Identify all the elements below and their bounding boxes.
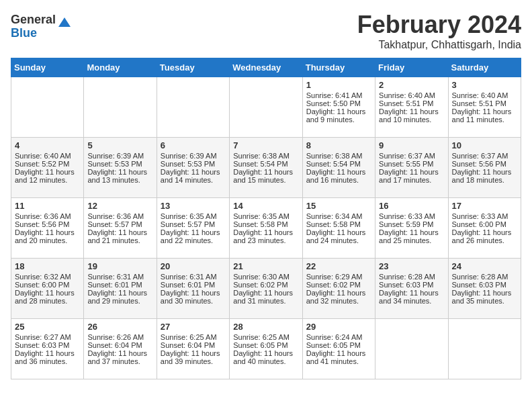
day-number: 7 (233, 140, 298, 150)
cell-info-line: and 12 minutes. (15, 176, 80, 184)
day-number: 10 (452, 140, 517, 150)
header: General Blue February 2024 Takhatpur, Ch… (11, 11, 521, 51)
cell-info-line: Sunset: 5:57 PM (87, 220, 152, 228)
day-number: 2 (379, 80, 444, 90)
cell-info-line: Sunrise: 6:40 AM (452, 91, 517, 99)
calendar-week-row: 25Sunrise: 6:27 AMSunset: 6:03 PMDayligh… (11, 319, 521, 379)
month-title: February 2024 (357, 11, 521, 39)
calendar-cell: 8Sunrise: 6:38 AMSunset: 5:54 PMDaylight… (302, 138, 375, 198)
cell-info-line: Daylight: 11 hours (87, 228, 152, 236)
day-number: 8 (306, 140, 371, 150)
cell-info-line: Sunset: 6:04 PM (87, 341, 152, 349)
calendar-cell: 7Sunrise: 6:38 AMSunset: 5:54 PMDaylight… (230, 138, 302, 198)
calendar-cell: 18Sunrise: 6:32 AMSunset: 6:00 PMDayligh… (11, 259, 84, 319)
calendar-week-row: 1Sunrise: 6:41 AMSunset: 5:50 PMDaylight… (11, 77, 521, 138)
day-number: 18 (15, 261, 80, 271)
cell-info-line: Daylight: 11 hours (452, 289, 517, 297)
cell-info-line: Sunset: 5:55 PM (379, 160, 444, 168)
day-number: 12 (87, 201, 152, 211)
cell-info-line: Sunrise: 6:33 AM (452, 212, 517, 220)
cell-info-line: and 34 minutes. (379, 297, 444, 305)
cell-info-line: and 10 minutes. (379, 116, 444, 124)
day-number: 3 (452, 80, 517, 90)
day-number: 26 (87, 322, 152, 332)
day-number: 20 (161, 261, 226, 271)
calendar-week-row: 11Sunrise: 6:36 AMSunset: 5:56 PMDayligh… (11, 198, 521, 259)
calendar-week-row: 4Sunrise: 6:40 AMSunset: 5:52 PMDaylight… (11, 138, 521, 198)
cell-info-line: and 41 minutes. (306, 357, 371, 365)
cell-info-line: Daylight: 11 hours (379, 228, 444, 236)
day-number: 17 (452, 201, 517, 211)
calendar-cell: 22Sunrise: 6:29 AMSunset: 6:02 PMDayligh… (302, 259, 375, 319)
logo-blue-text: Blue (11, 27, 56, 40)
cell-info-line: Daylight: 11 hours (233, 168, 298, 176)
cell-info-line: and 24 minutes. (306, 236, 371, 244)
cell-info-line: Sunset: 5:51 PM (452, 99, 517, 107)
cell-info-line: Sunrise: 6:38 AM (306, 152, 371, 160)
cell-info-line: Sunset: 5:58 PM (233, 220, 298, 228)
calendar-cell (375, 319, 448, 379)
cell-info-line: Sunrise: 6:39 AM (87, 152, 152, 160)
header-day-wednesday: Wednesday (230, 58, 302, 77)
cell-info-line: Sunset: 5:54 PM (233, 160, 298, 168)
day-number: 28 (233, 322, 298, 332)
cell-info-line: Daylight: 11 hours (161, 228, 226, 236)
logo: General Blue (11, 13, 72, 40)
cell-info-line: Sunrise: 6:25 AM (233, 333, 298, 341)
calendar-cell: 12Sunrise: 6:36 AMSunset: 5:57 PMDayligh… (84, 198, 157, 259)
cell-info-line: Daylight: 11 hours (452, 228, 517, 236)
cell-info-line: Sunrise: 6:33 AM (379, 212, 444, 220)
cell-info-line: Sunrise: 6:24 AM (306, 333, 371, 341)
cell-info-line: and 39 minutes. (161, 357, 226, 365)
calendar-cell: 11Sunrise: 6:36 AMSunset: 5:56 PMDayligh… (11, 198, 84, 259)
cell-info-line: Sunrise: 6:35 AM (233, 212, 298, 220)
cell-info-line: Sunset: 6:03 PM (15, 341, 80, 349)
svg-marker-0 (58, 17, 71, 27)
calendar-cell (157, 77, 229, 138)
header-day-tuesday: Tuesday (157, 58, 229, 77)
cell-info-line: Sunset: 6:01 PM (161, 281, 226, 289)
cell-info-line: Sunrise: 6:39 AM (161, 152, 226, 160)
cell-info-line: Sunset: 5:56 PM (15, 220, 80, 228)
cell-info-line: and 16 minutes. (306, 176, 371, 184)
cell-info-line: and 20 minutes. (15, 236, 80, 244)
calendar-week-row: 18Sunrise: 6:32 AMSunset: 6:00 PMDayligh… (11, 259, 521, 319)
cell-info-line: Daylight: 11 hours (233, 228, 298, 236)
title-area: February 2024 Takhatpur, Chhattisgarh, I… (357, 11, 521, 51)
calendar-cell: 23Sunrise: 6:28 AMSunset: 6:03 PMDayligh… (375, 259, 448, 319)
cell-info-line: Daylight: 11 hours (233, 289, 298, 297)
cell-info-line: Sunrise: 6:37 AM (379, 152, 444, 160)
cell-info-line: Sunrise: 6:27 AM (15, 333, 80, 341)
cell-info-line: and 31 minutes. (233, 297, 298, 305)
calendar-cell: 13Sunrise: 6:35 AMSunset: 5:57 PMDayligh… (157, 198, 229, 259)
cell-info-line: Daylight: 11 hours (87, 289, 152, 297)
cell-info-line: Sunset: 5:52 PM (15, 160, 80, 168)
cell-info-line: Sunset: 6:03 PM (379, 281, 444, 289)
calendar-cell: 1Sunrise: 6:41 AMSunset: 5:50 PMDaylight… (302, 77, 375, 138)
cell-info-line: and 13 minutes. (87, 176, 152, 184)
cell-info-line: Daylight: 11 hours (306, 107, 371, 116)
day-number: 14 (233, 201, 298, 211)
cell-info-line: Daylight: 11 hours (161, 168, 226, 176)
calendar-cell: 21Sunrise: 6:30 AMSunset: 6:02 PMDayligh… (230, 259, 302, 319)
calendar-cell: 17Sunrise: 6:33 AMSunset: 6:00 PMDayligh… (448, 198, 521, 259)
cell-info-line: Sunset: 5:53 PM (87, 160, 152, 168)
cell-info-line: Sunrise: 6:32 AM (15, 273, 80, 281)
cell-info-line: and 18 minutes. (452, 176, 517, 184)
cell-info-line: Sunset: 6:02 PM (233, 281, 298, 289)
cell-info-line: Daylight: 11 hours (87, 168, 152, 176)
cell-info-line: Daylight: 11 hours (15, 228, 80, 236)
calendar-table: SundayMondayTuesdayWednesdayThursdayFrid… (11, 58, 521, 379)
cell-info-line: Daylight: 11 hours (306, 168, 371, 176)
day-number: 6 (161, 140, 226, 150)
day-number: 22 (306, 261, 371, 271)
cell-info-line: Sunrise: 6:38 AM (233, 152, 298, 160)
cell-info-line: and 17 minutes. (379, 176, 444, 184)
cell-info-line: Daylight: 11 hours (233, 349, 298, 357)
location-title: Takhatpur, Chhattisgarh, India (357, 39, 521, 51)
calendar-cell (84, 77, 157, 138)
cell-info-line: Sunrise: 6:40 AM (15, 152, 80, 160)
calendar-cell: 27Sunrise: 6:25 AMSunset: 6:04 PMDayligh… (157, 319, 229, 379)
cell-info-line: Sunrise: 6:31 AM (161, 273, 226, 281)
cell-info-line: Sunrise: 6:29 AM (306, 273, 371, 281)
